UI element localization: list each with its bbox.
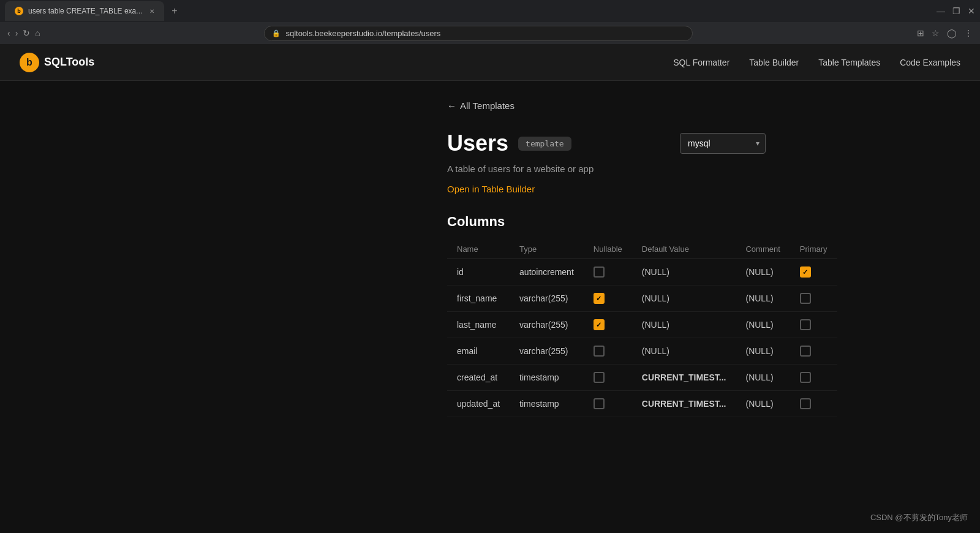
address-bar[interactable]: 🔒 sqltools.beekeeperstudio.io/templates/… — [264, 26, 693, 41]
col-header-default: Default Value — [632, 240, 736, 259]
main-content: ← All Templates Users template mysql pos… — [214, 81, 766, 437]
close-window-button[interactable]: ✕ — [968, 6, 975, 16]
cell-comment-5: (NULL) — [736, 391, 790, 417]
cell-name-1: first_name — [447, 285, 510, 312]
maximize-button[interactable]: ❐ — [952, 6, 960, 16]
home-button[interactable]: ⌂ — [35, 28, 40, 38]
primary-checkbox-5[interactable] — [800, 398, 811, 409]
cell-primary-4[interactable] — [790, 365, 837, 391]
nav-table-builder[interactable]: Table Builder — [749, 58, 799, 67]
breadcrumb[interactable]: ← All Templates — [447, 100, 766, 111]
primary-checkbox-3[interactable] — [800, 346, 811, 357]
open-table-builder-link[interactable]: Open in Table Builder — [447, 184, 535, 194]
cell-type-5: timestamp — [510, 391, 584, 417]
nav-code-examples[interactable]: Code Examples — [900, 58, 960, 67]
cell-primary-2[interactable] — [790, 312, 837, 338]
browser-window-controls: — ❐ ✕ — [937, 6, 975, 16]
primary-checkbox-4[interactable] — [800, 372, 811, 383]
breadcrumb-arrow: ← — [447, 100, 456, 111]
cell-comment-3: (NULL) — [736, 338, 790, 365]
cell-primary-0[interactable] — [790, 259, 837, 285]
nullable-checkbox-3[interactable] — [594, 346, 605, 357]
cell-default-1: (NULL) — [632, 285, 736, 312]
database-select[interactable]: mysql postgresql sqlite mssql — [680, 133, 766, 154]
cell-name-2: last_name — [447, 312, 510, 338]
cell-default-2: (NULL) — [632, 312, 736, 338]
tab-close-button[interactable]: ✕ — [149, 8, 154, 15]
nullable-checkbox-0[interactable] — [594, 266, 605, 278]
app-header: b SQLTools SQL Formatter Table Builder T… — [0, 44, 980, 81]
cell-type-2: varchar(255) — [510, 312, 584, 338]
cell-nullable-5[interactable] — [584, 391, 632, 417]
table-row: first_name varchar(255) (NULL) (NULL) — [447, 285, 837, 312]
cell-name-5: updated_at — [447, 391, 510, 417]
bookmark-button[interactable]: ☆ — [932, 28, 940, 38]
db-select-wrapper: mysql postgresql sqlite mssql — [680, 133, 766, 154]
logo-icon: b — [20, 53, 39, 72]
tab-favicon: b — [15, 7, 23, 15]
table-row: id autoincrement (NULL) (NULL) — [447, 259, 837, 285]
primary-checkbox-0[interactable] — [800, 266, 811, 278]
browser-addressbar: ‹ › ↻ ⌂ 🔒 sqltools.beekeeperstudio.io/te… — [0, 22, 980, 44]
columns-section-title: Columns — [447, 214, 766, 230]
cell-nullable-2[interactable] — [584, 312, 632, 338]
cell-comment-2: (NULL) — [736, 312, 790, 338]
col-header-primary: Primary — [790, 240, 837, 259]
primary-checkbox-1[interactable] — [800, 293, 811, 304]
nav-buttons: ‹ › ↻ ⌂ — [7, 28, 40, 38]
active-tab[interactable]: b users table CREATE_TABLE exa... ✕ — [5, 1, 164, 21]
new-tab-button[interactable]: + — [167, 6, 182, 17]
cell-default-0: (NULL) — [632, 259, 736, 285]
minimize-button[interactable]: — — [937, 6, 945, 16]
forward-button[interactable]: › — [15, 28, 18, 38]
cell-primary-1[interactable] — [790, 285, 837, 312]
browser-action-buttons: ⊞ ☆ ◯ ⋮ — [917, 28, 973, 38]
cell-name-4: created_at — [447, 365, 510, 391]
nullable-checkbox-2[interactable] — [594, 319, 605, 330]
profile-button[interactable]: ◯ — [947, 28, 957, 38]
page-title-row: Users template mysql postgresql sqlite m… — [447, 130, 766, 156]
columns-table: Name Type Nullable Default Value Comment… — [447, 240, 837, 417]
cell-default-4: CURRENT_TIMEST... — [632, 365, 736, 391]
logo[interactable]: b SQLTools — [20, 53, 94, 72]
table-row: created_at timestamp CURRENT_TIMEST... (… — [447, 365, 837, 391]
cell-nullable-3[interactable] — [584, 338, 632, 365]
nullable-checkbox-4[interactable] — [594, 372, 605, 383]
col-header-nullable: Nullable — [584, 240, 632, 259]
menu-button[interactable]: ⋮ — [964, 28, 973, 38]
reload-button[interactable]: ↻ — [23, 28, 30, 38]
cell-primary-3[interactable] — [790, 338, 837, 365]
cell-type-0: autoincrement — [510, 259, 584, 285]
cell-default-5: CURRENT_TIMEST... — [632, 391, 736, 417]
table-row: updated_at timestamp CURRENT_TIMEST... (… — [447, 391, 837, 417]
cell-primary-5[interactable] — [790, 391, 837, 417]
nav-sql-formatter[interactable]: SQL Formatter — [673, 58, 729, 67]
cell-type-3: varchar(255) — [510, 338, 584, 365]
main-nav: SQL Formatter Table Builder Table Templa… — [673, 58, 960, 67]
browser-tabs: b users table CREATE_TABLE exa... ✕ + — [5, 1, 932, 21]
nullable-checkbox-1[interactable] — [594, 293, 605, 304]
cell-comment-1: (NULL) — [736, 285, 790, 312]
table-row: email varchar(255) (NULL) (NULL) — [447, 338, 837, 365]
cell-type-4: timestamp — [510, 365, 584, 391]
browser-chrome: b users table CREATE_TABLE exa... ✕ + — … — [0, 0, 980, 22]
cell-nullable-1[interactable] — [584, 285, 632, 312]
col-header-comment: Comment — [736, 240, 790, 259]
cell-default-3: (NULL) — [632, 338, 736, 365]
breadcrumb-label: All Templates — [460, 100, 514, 111]
logo-text: SQLTools — [44, 56, 94, 69]
nav-table-templates[interactable]: Table Templates — [818, 58, 880, 67]
cell-nullable-4[interactable] — [584, 365, 632, 391]
cell-nullable-0[interactable] — [584, 259, 632, 285]
table-row: last_name varchar(255) (NULL) (NULL) — [447, 312, 837, 338]
tab-title: users table CREATE_TABLE exa... — [28, 7, 142, 15]
col-header-name: Name — [447, 240, 510, 259]
primary-checkbox-2[interactable] — [800, 319, 811, 330]
extensions-button[interactable]: ⊞ — [917, 28, 924, 38]
cell-comment-4: (NULL) — [736, 365, 790, 391]
nullable-checkbox-5[interactable] — [594, 398, 605, 409]
template-badge: template — [518, 137, 571, 151]
db-select-container: mysql postgresql sqlite mssql — [680, 133, 766, 154]
back-button[interactable]: ‹ — [7, 28, 10, 38]
cell-name-3: email — [447, 338, 510, 365]
